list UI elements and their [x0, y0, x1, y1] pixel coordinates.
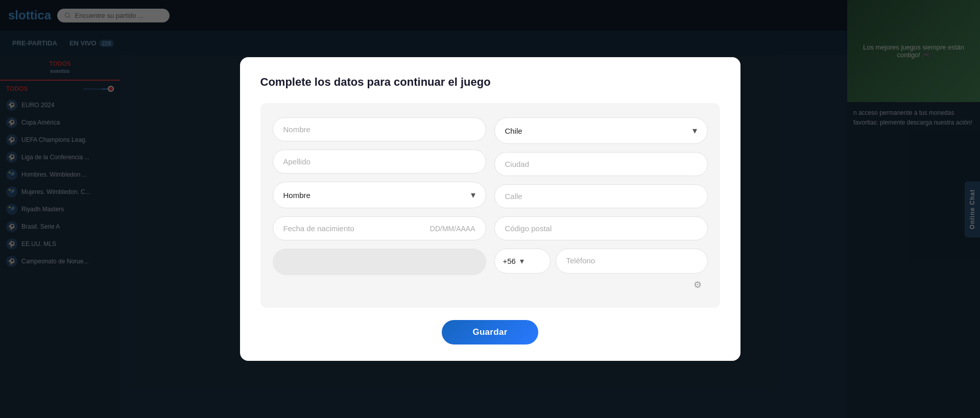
modal-footer: Guardar — [260, 320, 720, 345]
country-value: Chile — [505, 127, 522, 135]
gender-select[interactable]: Hombre ▾ — [273, 182, 486, 208]
modal-overlay: Complete los datos para continuar el jue… — [0, 0, 980, 418]
apellido-input[interactable] — [283, 157, 475, 166]
save-button[interactable]: Guardar — [442, 320, 538, 345]
dob-format: DD/MM/AAAA — [430, 225, 475, 233]
country-select[interactable]: Chile ▾ — [494, 117, 708, 144]
postal-input[interactable] — [505, 224, 697, 233]
form-modal: Complete los datos para continuar el jue… — [240, 57, 740, 361]
modal-body-footer: ⚙ — [273, 279, 708, 293]
ciudad-field[interactable] — [494, 152, 708, 176]
chevron-down-icon: ▾ — [692, 125, 697, 136]
nombre-input[interactable] — [283, 125, 475, 134]
phone-input[interactable] — [566, 256, 697, 265]
phone-field[interactable] — [556, 249, 708, 274]
extra-field-placeholder — [273, 249, 486, 275]
nombre-field[interactable] — [273, 117, 486, 141]
chevron-down-icon: ▾ — [471, 189, 475, 201]
dob-label: Fecha de nacimiento — [283, 224, 354, 233]
left-column: Hombre ▾ Fecha de nacimiento DD/MM/AAAA — [273, 117, 486, 275]
postal-field[interactable] — [494, 216, 708, 240]
calle-input[interactable] — [505, 192, 697, 201]
chevron-down-icon: ▾ — [520, 256, 524, 266]
modal-body: Hombre ▾ Fecha de nacimiento DD/MM/AAAA — [260, 103, 720, 308]
right-column: Chile ▾ — [494, 117, 708, 275]
phone-code-select[interactable]: +56 ▾ — [494, 249, 551, 274]
ciudad-input[interactable] — [505, 160, 697, 168]
calle-field[interactable] — [494, 184, 708, 208]
apellido-field[interactable] — [273, 150, 486, 174]
phone-row: +56 ▾ — [494, 249, 708, 274]
dob-field[interactable]: Fecha de nacimiento DD/MM/AAAA — [273, 216, 486, 240]
gender-value: Hombre — [283, 191, 310, 200]
form-grid: Hombre ▾ Fecha de nacimiento DD/MM/AAAA — [273, 117, 708, 275]
settings-gear-icon[interactable]: ⚙ — [694, 279, 708, 293]
modal-title: Complete los datos para continuar el jue… — [260, 76, 720, 89]
phone-code-value: +56 — [503, 257, 516, 265]
